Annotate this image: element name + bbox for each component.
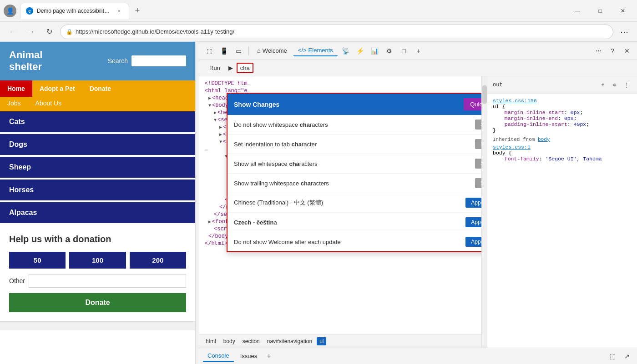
devtools-body: Show Changes Quick View Do not show whit… xyxy=(199,76,637,348)
dock-side-icon[interactable]: ⬚ xyxy=(606,350,619,363)
donation-50[interactable]: 50 xyxy=(9,252,66,269)
nav-about[interactable]: About Us xyxy=(28,97,69,110)
command-input-area[interactable]: cha xyxy=(237,63,253,73)
breadcrumb-section[interactable]: section xyxy=(240,337,263,345)
nav-donate[interactable]: Donate xyxy=(82,80,118,97)
minimize-button[interactable]: — xyxy=(567,4,588,18)
maximize-button[interactable]: □ xyxy=(590,4,611,18)
network-icon[interactable]: 📡 xyxy=(339,45,352,57)
scrollbar-thumb[interactable] xyxy=(482,85,487,104)
url-text: https://microsoftedge.github.io/Demos/de… xyxy=(76,28,607,35)
dropdown-item-1[interactable]: Set indentation to tab character Sources xyxy=(228,135,481,154)
refresh-button[interactable]: ↻ xyxy=(42,25,56,39)
search-input[interactable] xyxy=(131,55,186,66)
item-label-6: Do not show Welcome after each update xyxy=(234,239,465,245)
dropdown-item-6[interactable]: Do not show Welcome after each update Ap… xyxy=(228,232,481,251)
site-horizontal-scrollbar[interactable] xyxy=(0,321,195,330)
help-icon[interactable]: ? xyxy=(606,45,619,57)
site-title: Animalshelter xyxy=(9,49,42,73)
new-style-rule-icon[interactable]: + xyxy=(598,80,608,90)
forward-button[interactable]: → xyxy=(24,25,38,39)
dropdown-item-4[interactable]: Chinese (Traditional) - 中文 (繁體) Appearan… xyxy=(228,193,481,213)
stylesheet-link-2[interactable]: styles.css:1 xyxy=(493,144,531,150)
application-icon[interactable]: ⚙ xyxy=(383,45,396,57)
appearance-btn-4[interactable]: Appearance xyxy=(465,198,481,208)
devtools-more-button[interactable]: ⋯ xyxy=(593,45,604,56)
tab-elements[interactable]: </> Elements xyxy=(293,45,338,56)
styles-header-text: out xyxy=(493,82,503,88)
close-button[interactable]: ✕ xyxy=(612,4,633,18)
toggle-sidebar-icon[interactable]: ▭ xyxy=(232,45,245,57)
appearance-btn-6[interactable]: Appearance xyxy=(465,237,481,247)
donation-other-row: Other xyxy=(9,274,186,288)
sources-btn-0[interactable]: Sources xyxy=(475,120,481,130)
security-icon[interactable]: □ xyxy=(398,45,410,57)
breadcrumb-bar: html body section nav#sitenavigation ul xyxy=(199,334,481,348)
sources-btn-3[interactable]: Sources xyxy=(475,178,481,188)
add-panel-icon[interactable]: + xyxy=(412,45,425,57)
new-tab-button[interactable]: + xyxy=(131,5,144,17)
dropdown-item-2[interactable]: Show all whitespace characters Sources xyxy=(228,154,481,174)
dropdown-item-0[interactable]: Do not show whitespace characters Source… xyxy=(228,115,481,135)
animal-cats[interactable]: Cats xyxy=(0,111,195,132)
browser-more-button[interactable]: ⋯ xyxy=(617,25,632,39)
donation-other-input[interactable] xyxy=(29,274,186,288)
resize-handle[interactable]: ⋮ xyxy=(196,42,199,364)
animal-horses[interactable]: Horses xyxy=(0,180,195,200)
more-options-icon[interactable]: ⋮ xyxy=(622,80,632,90)
toggle-element-state-icon[interactable]: ⊕ xyxy=(610,80,620,90)
inherit-body-link[interactable]: body xyxy=(538,137,550,142)
tab-title: Demo page with accessibility issu xyxy=(37,8,111,14)
dropdown-item-3[interactable]: Show trailing whitespace characters Sour… xyxy=(228,174,481,193)
tab-close-button[interactable]: × xyxy=(115,7,123,15)
devtools-close-button[interactable]: ✕ xyxy=(621,45,633,57)
styles-property-padding-start: padding-inline-start: 40px; xyxy=(493,121,589,127)
cmd-arrow: ▶ xyxy=(228,65,233,71)
back-button[interactable]: ← xyxy=(5,25,20,39)
dropdown-header: Show Changes Quick View xyxy=(228,94,481,115)
quick-view-button[interactable]: Quick View xyxy=(464,98,481,110)
donation-amounts: 50 100 200 xyxy=(9,252,186,269)
sources-btn-1[interactable]: Sources xyxy=(475,139,481,149)
breadcrumb-nav[interactable]: nav#sitenavigation xyxy=(264,337,315,345)
animal-alpacas[interactable]: Alpacas xyxy=(0,202,195,223)
tab-issues[interactable]: Issues xyxy=(236,351,262,361)
device-toolbar-icon[interactable]: 📱 xyxy=(217,45,230,57)
tab-welcome[interactable]: ⌂ Welcome xyxy=(253,45,292,56)
lock-icon: 🔒 xyxy=(66,29,73,35)
command-input-text: cha xyxy=(240,65,250,71)
stylesheet-link-1[interactable]: styles.css:156 xyxy=(493,98,537,104)
inspect-element-icon[interactable]: ⬚ xyxy=(203,45,216,57)
elements-icon: </> xyxy=(298,47,307,54)
breadcrumb-body[interactable]: body xyxy=(221,337,238,345)
donation-200[interactable]: 200 xyxy=(130,252,186,269)
nav-adopt[interactable]: Adopt a Pet xyxy=(32,80,82,97)
donation-100[interactable]: 100 xyxy=(69,252,126,269)
profile-avatar[interactable]: 👤 xyxy=(4,5,16,17)
dropdown-item-5[interactable]: Czech - čeština Appearance xyxy=(228,213,481,232)
breadcrumb-ul[interactable]: ul xyxy=(317,337,326,345)
html-panel-scrollbar[interactable] xyxy=(481,76,487,348)
donation-section: Help us with a donation 50 100 200 Other… xyxy=(0,225,195,321)
run-label[interactable]: Run xyxy=(205,63,225,73)
undock-icon[interactable]: ↗ xyxy=(621,350,633,363)
address-bar[interactable]: 🔒 https://microsoftedge.github.io/Demos/… xyxy=(60,25,613,39)
nav-home[interactable]: Home xyxy=(0,80,32,97)
tab-console[interactable]: Console xyxy=(203,350,234,362)
styles-rule: styles.css:156 ul { margin-inline-start:… xyxy=(493,98,632,133)
animal-sheep[interactable]: Sheep xyxy=(0,157,195,178)
home-icon: ⌂ xyxy=(257,47,261,54)
appearance-btn-5[interactable]: Appearance xyxy=(465,217,481,227)
performance-icon[interactable]: ⚡ xyxy=(354,45,367,57)
browser-tab[interactable]: e Demo page with accessibility issu × xyxy=(20,3,129,19)
breadcrumb-html[interactable]: html xyxy=(203,337,219,345)
donate-button[interactable]: Donate xyxy=(9,293,186,312)
add-tab-button[interactable]: + xyxy=(263,351,274,362)
memory-icon[interactable]: 📊 xyxy=(369,45,381,57)
animal-dogs[interactable]: Dogs xyxy=(0,134,195,155)
tab-strip: e Demo page with accessibility issu × + xyxy=(20,3,563,19)
devtools-toolbar: ⬚ 📱 ▭ ⌂ Welcome </> Elements 📡 ⚡ 📊 ⚙ □ + xyxy=(199,42,637,60)
sources-btn-2[interactable]: Sources xyxy=(475,159,481,169)
nav-jobs[interactable]: Jobs xyxy=(0,97,28,110)
donation-title: Help us with a donation xyxy=(9,234,186,244)
